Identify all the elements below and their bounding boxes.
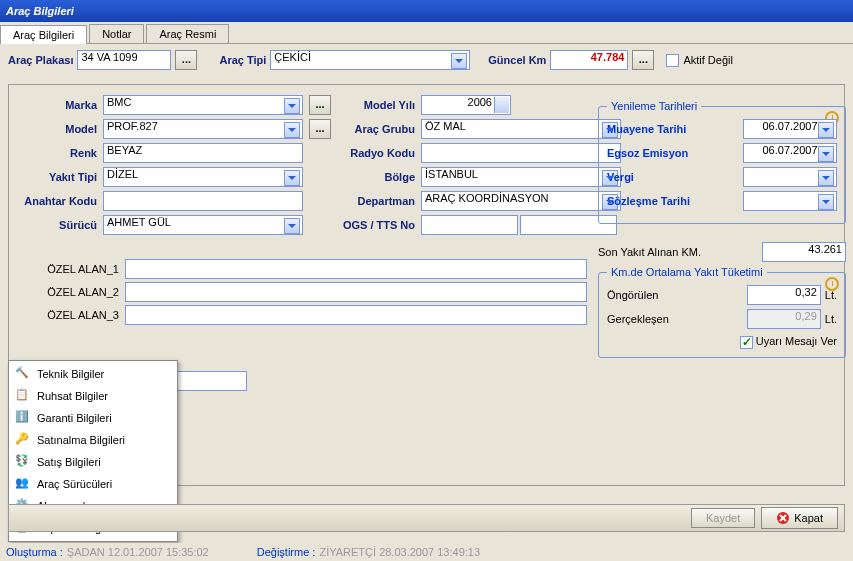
gerceklesen-input: 0,29 — [747, 309, 821, 329]
info-icon: ℹ️ — [15, 410, 31, 426]
top-row: Araç Plakası 34 VA 1099 ... Araç Tipi ÇE… — [0, 44, 853, 76]
egzos-date[interactable]: 06.07.2007 — [743, 143, 837, 163]
sonyakit-input[interactable]: 43.261 — [762, 242, 846, 262]
plaka-label: Araç Plakası — [8, 54, 73, 66]
model-browse-button[interactable]: ... — [309, 119, 331, 139]
bolge-select[interactable]: İSTANBUL — [421, 167, 621, 187]
ozel3-input[interactable] — [125, 305, 587, 325]
aktif-degil-checkbox[interactable] — [666, 54, 679, 67]
plaka-browse-button[interactable]: ... — [175, 50, 197, 70]
tab-arac-resmi[interactable]: Araç Resmi — [146, 24, 229, 43]
anahtar-label: Anahtar Kodu — [17, 195, 97, 207]
hammer-icon: 🔨 — [15, 366, 31, 382]
ogs-label: OGS / TTS No — [335, 219, 415, 231]
ongorulen-label: Öngörülen — [607, 289, 658, 301]
menu-suruculer[interactable]: 👥Araç Sürücüleri — [11, 473, 175, 495]
kaydet-button[interactable]: Kaydet — [691, 508, 755, 528]
degistirme-label: Değiştirme : — [257, 546, 316, 558]
ozel1-input[interactable] — [125, 259, 587, 279]
menu-teknik[interactable]: 🔨Teknik Bilgiler — [11, 363, 175, 385]
ozel1-label: ÖZEL ALAN_1 — [17, 263, 119, 275]
tipi-label: Araç Tipi — [219, 54, 266, 66]
radyo-label: Radyo Kodu — [335, 147, 415, 159]
uyari-label: Uyarı Mesajı Ver — [756, 335, 837, 347]
gerceklesen-label: Gerçekleşen — [607, 313, 669, 325]
tuketim-fieldset: Km.de Ortalama Yakıt Tüketimi Öngörülen … — [598, 272, 846, 358]
sozlesme-label: Sözleşme Tarihi — [607, 195, 690, 207]
aracgrubu-label: Araç Grubu — [335, 123, 415, 135]
olusturma-label: Oluşturma : — [6, 546, 63, 558]
km-label: Güncel Km — [488, 54, 546, 66]
money-icon: 💱 — [15, 454, 31, 470]
modelyili-spinner[interactable]: 2006 — [421, 95, 511, 115]
model-select[interactable]: PROF.827 — [103, 119, 303, 139]
model-label: Model — [17, 123, 97, 135]
yakit-select[interactable]: DİZEL — [103, 167, 303, 187]
renk-input[interactable]: BEYAZ — [103, 143, 303, 163]
document-icon: 📋 — [15, 388, 31, 404]
surucu-label: Sürücü — [17, 219, 97, 231]
window-title: Araç Bilgileri — [0, 0, 853, 22]
menu-satis[interactable]: 💱Satış Bilgileri — [11, 451, 175, 473]
arac-tipi-select[interactable]: ÇEKİCİ — [270, 50, 470, 70]
users-icon: 👥 — [15, 476, 31, 492]
ozel3-label: ÖZEL ALAN_3 — [17, 309, 119, 321]
ozel2-label: ÖZEL ALAN_2 — [17, 286, 119, 298]
close-icon — [776, 511, 790, 525]
ozel2-input[interactable] — [125, 282, 587, 302]
yakit-label: Yakıt Tipi — [17, 171, 97, 183]
aktif-degil-label: Aktif Değil — [683, 54, 733, 66]
muayene-label: Muayene Tarihi — [607, 123, 686, 135]
sonyakit-label: Son Yakıt Alınan KM. — [598, 246, 701, 258]
egzos-label: Egsoz Emisyon — [607, 147, 688, 159]
bolge-label: Bölge — [335, 171, 415, 183]
muayene-date[interactable]: 06.07.2007 — [743, 119, 837, 139]
tab-notlar[interactable]: Notlar — [89, 24, 144, 43]
surucu-select[interactable]: AHMET GÜL — [103, 215, 303, 235]
kapat-button[interactable]: Kapat — [761, 507, 838, 529]
ogs1-input[interactable] — [421, 215, 518, 235]
marka-browse-button[interactable]: ... — [309, 95, 331, 115]
guncel-km-input[interactable]: 47.784 — [550, 50, 628, 70]
unit-lt-2: Lt. — [825, 313, 837, 325]
modelyili-label: Model Yılı — [335, 99, 415, 111]
olusturma-value: ŞADAN 12.01.2007 15:35:02 — [67, 546, 209, 558]
tuketim-title: Km.de Ortalama Yakıt Tüketimi — [607, 266, 767, 278]
renk-label: Renk — [17, 147, 97, 159]
uyari-checkbox[interactable] — [740, 336, 753, 349]
aracgrubu-select[interactable]: ÖZ MAL — [421, 119, 621, 139]
marka-select[interactable]: BMC — [103, 95, 303, 115]
tab-arac-bilgileri[interactable]: Araç Bilgileri — [0, 25, 87, 44]
degistirme-value: ZİYARETÇİ 28.03.2007 13:49:13 — [319, 546, 480, 558]
menu-garanti[interactable]: ℹ️Garanti Bilgileri — [11, 407, 175, 429]
km-browse-button[interactable]: ... — [632, 50, 654, 70]
sozlesme-date[interactable] — [743, 191, 837, 211]
vergi-date[interactable] — [743, 167, 837, 187]
menu-ruhsat[interactable]: 📋Ruhsat Bilgiler — [11, 385, 175, 407]
menu-satinalma[interactable]: 🔑Satınalma Bilgileri — [11, 429, 175, 451]
departman-select[interactable]: ARAÇ KOORDİNASYON — [421, 191, 621, 211]
tab-bar: Araç Bilgileri Notlar Araç Resmi — [0, 22, 853, 44]
key-icon: 🔑 — [15, 432, 31, 448]
status-bar: Oluşturma : ŞADAN 12.01.2007 15:35:02 De… — [0, 543, 853, 561]
anahtar-input[interactable] — [103, 191, 303, 211]
plaka-input[interactable]: 34 VA 1099 — [77, 50, 171, 70]
right-column: Yenileme Tarihleri Muayene Tarihi 06.07.… — [598, 100, 846, 358]
marka-label: Marka — [17, 99, 97, 111]
radyo-input[interactable] — [421, 143, 621, 163]
clock-icon-2 — [825, 277, 839, 291]
yenileme-fieldset: Yenileme Tarihleri Muayene Tarihi 06.07.… — [598, 106, 846, 224]
yenileme-title: Yenileme Tarihleri — [607, 100, 701, 112]
ongorulen-input[interactable]: 0,32 — [747, 285, 821, 305]
bottom-bar: Kaydet Kapat — [8, 504, 845, 532]
departman-label: Departman — [335, 195, 415, 207]
